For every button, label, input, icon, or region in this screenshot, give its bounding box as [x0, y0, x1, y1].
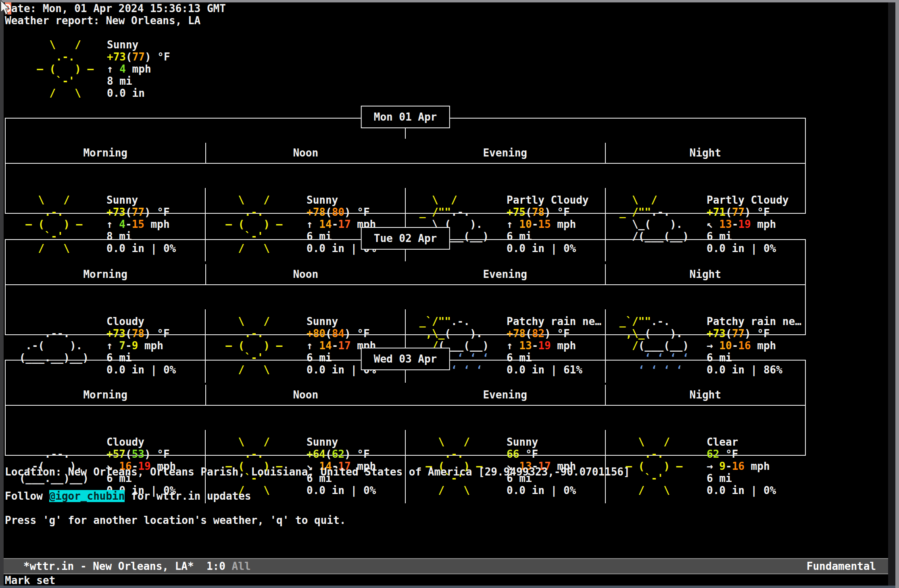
condition-text: Patchy rain ne… [707, 315, 801, 327]
temperature-text: +78(80) °F [307, 206, 376, 218]
column-header-evening: Evening [405, 385, 606, 405]
date-line: Date: Mon, 01 Apr 2024 15:36:13 GMT [5, 2, 226, 15]
wind-text: ↑ 4-15 mph [106, 218, 176, 230]
condition-text: Sunny [307, 315, 376, 327]
column-header-night: Night [606, 264, 805, 284]
column-header-morning: Morning [6, 264, 206, 284]
scrollbar-track[interactable] [888, 2, 895, 588]
emacs-modeline[interactable]: *wttr.in - New Orleans, LA* 1:0 All Fund… [0, 558, 895, 574]
wind-text: ↖ 13-19 mph [707, 218, 789, 230]
temperature-text: +73(77) °F [107, 51, 170, 63]
day-box-stem [405, 250, 406, 260]
forecast-cell-text: Clear62 °F→ 9-16 mph6 mi0.0 in | 0% [707, 436, 776, 496]
column-header-morning: Morning [6, 143, 206, 163]
day-box-stem [405, 370, 406, 381]
table-header-row: Morning Noon Evening Night [6, 385, 805, 406]
partly-weather-icon: \ / _ /"".-. \_( ). /(___(__) [613, 194, 689, 242]
emacs-buffer[interactable]: Date: Mon, 01 Apr 2024 15:36:13 GMT Weat… [0, 0, 899, 588]
temperature-text: +78(82) °F [507, 327, 601, 340]
temperature-text: +73(77) °F [106, 206, 176, 218]
temperature-text: 62 °F [707, 448, 776, 460]
follow-prefix: Follow [5, 490, 49, 502]
window-right-edge [895, 2, 899, 588]
modeline-left: *wttr.in - New Orleans, LA* 1:0 All [23, 559, 251, 573]
wind-text: → 9-16 mph [707, 460, 776, 472]
column-header-evening: Evening [405, 143, 606, 163]
precipitation-text: 0.0 in | 0% [307, 484, 376, 496]
window-bottom-edge [0, 586, 895, 588]
table-header-row: Morning Noon Evening Night [6, 264, 805, 285]
condition-text: Sunny [106, 194, 176, 206]
day-title: Tue 02 Apr [361, 227, 450, 250]
location-line: Location: New Orleans, Orleans Parish, L… [5, 466, 630, 478]
cloudy-weather-icon: .--. .-( ). (___.__)__) [13, 315, 89, 364]
temperature-text: +64(62) °F [307, 448, 376, 460]
temperature-text: +75(78) °F [507, 206, 589, 218]
visibility-text: 6 mi [707, 472, 776, 484]
condition-text: Sunny [307, 436, 376, 448]
mouse-cursor-icon [0, 0, 12, 17]
sunny-weather-icon: \ / .-. ― ( ) ― `-' / \ [24, 39, 94, 99]
date-text: ate: Mon, 01 Apr 2024 15:36:13 GMT [11, 2, 226, 15]
column-header-night: Night [606, 143, 805, 163]
condition-text: Partly Cloudy [507, 194, 589, 206]
precipitation-text: 0.0 in | 0% [507, 484, 576, 496]
major-mode: Fundamental [807, 559, 876, 573]
buffer-name: *wttr.in - New Orleans, LA* [23, 560, 194, 572]
condition-text: Sunny [307, 194, 376, 206]
condition-text: Sunny [107, 39, 170, 51]
condition-text: Sunny [507, 436, 576, 448]
left-fringe [0, 2, 4, 586]
condition-text: Cloudy [106, 436, 176, 448]
wind-text: ↑ 7-9 mph [106, 340, 176, 352]
column-header-noon: Noon [206, 264, 406, 284]
day-title: Mon 01 Apr [361, 106, 450, 128]
condition-text: Cloudy [106, 315, 176, 327]
precipitation-text: 0.0 in | 0% [707, 484, 776, 496]
wind-text: ↑ 13-19 mph [507, 340, 601, 352]
scroll-indicator: All [232, 560, 251, 572]
forecast-day: Morning Noon Evening Night \ / .-. ― ( )… [5, 118, 806, 214]
temperature-text: +57(53) °F [106, 448, 176, 460]
wind-text: → 10-16 mph [707, 340, 801, 352]
current-conditions: \ / .-. ― ( ) ― `-' / \ Sunny+73(77) °F↑… [5, 39, 327, 99]
temperature-text: +73(77) °F [707, 327, 801, 340]
echo-area-message: Mark set [5, 574, 55, 586]
condition-text: Partly Cloudy [707, 194, 789, 206]
report-line: Weather report: New Orleans, LA [5, 15, 200, 27]
day-box-stem [405, 128, 406, 139]
condition-text: Patchy rain ne… [507, 315, 601, 327]
column-header-evening: Evening [405, 264, 606, 284]
condition-text: Clear [707, 436, 776, 448]
column-header-night: Night [606, 385, 805, 405]
keyhint-line: Press 'g' for another location's weather… [5, 514, 346, 526]
current-conditions-text: Sunny+73(77) °F↑ 4 mph8 mi0.0 in [107, 39, 170, 99]
temperature-text: +80(84) °F [307, 327, 376, 340]
column-header-morning: Morning [6, 385, 206, 405]
forecast-day: Morning Noon Evening Night .--. .-( ). (… [5, 239, 806, 335]
twitter-handle[interactable]: @igor_chubin [49, 490, 125, 502]
temperature-text: +73(78) °F [106, 327, 176, 340]
window-top-edge [0, 0, 899, 2]
visibility-text: 8 mi [107, 75, 170, 87]
cursor-position: 1:0 [206, 560, 225, 572]
column-header-noon: Noon [206, 143, 406, 163]
column-header-noon: Noon [206, 385, 406, 405]
temperature-text: +71(77) °F [707, 206, 789, 218]
wind-text: ↑ 4 mph [107, 63, 170, 75]
table-header-row: Morning Noon Evening Night [6, 143, 805, 164]
temperature-text: 66 °F [507, 448, 576, 460]
follow-line: Follow @igor_chubin for wttr.in updates [5, 490, 251, 502]
precipitation-text: 0.0 in [107, 87, 170, 99]
forecast-day: Morning Noon Evening Night .--. .-( ). (… [5, 360, 806, 456]
follow-suffix: for wttr.in updates [125, 490, 251, 502]
day-title: Wed 03 Apr [361, 348, 450, 370]
wind-text: ↑ 10-15 mph [507, 218, 589, 230]
forecast-cell: \ / .-. ― ( ) ― `-' / \Clear62 °F→ 9-16 … [606, 430, 805, 503]
